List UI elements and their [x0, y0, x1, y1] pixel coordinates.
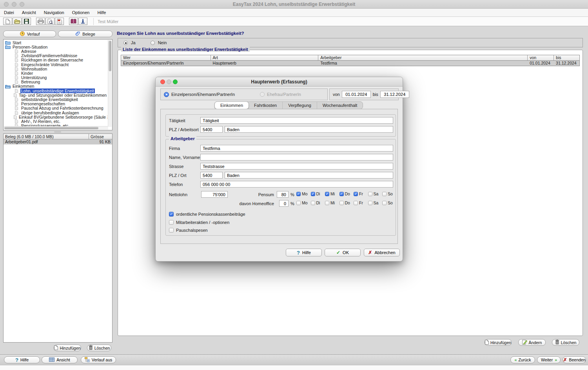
column-header[interactable]: Wer	[121, 55, 211, 60]
tab-fahrtkosten[interactable]: Fahrtkosten	[249, 102, 283, 109]
weekday-checkbox-sa[interactable]	[368, 201, 372, 205]
ort-input[interactable]	[225, 172, 393, 179]
status-view-button[interactable]: Ansicht	[42, 356, 78, 363]
status-help-button[interactable]: ? Hilfe	[4, 356, 40, 363]
menu-navigation[interactable]: Navigation	[44, 10, 64, 15]
tab-einkommen[interactable]: Einkommen	[214, 101, 249, 109]
open-file-button[interactable]	[13, 18, 22, 25]
menu-optionen[interactable]: Optionen	[72, 10, 90, 15]
arbeitsort-ort-input[interactable]	[225, 126, 393, 133]
save-button[interactable]	[22, 18, 31, 25]
column-header[interactable]: von	[528, 55, 554, 60]
nettolohn-input[interactable]	[201, 191, 228, 198]
homeoffice-input[interactable]	[279, 200, 289, 207]
tree-horizontal-scrollbar[interactable]	[4, 126, 108, 130]
dialog-cancel-button[interactable]: ✗ Abbrechen	[364, 249, 400, 256]
new-document-icon	[5, 19, 10, 24]
dialog-help-button[interactable]: ? Hilfe	[286, 249, 322, 256]
radio-ja[interactable]	[123, 41, 128, 45]
name-vorname-input[interactable]	[200, 154, 393, 161]
tree-item[interactable]: Tag- und Sitzungsgelder oder Ersatzeinko…	[4, 93, 107, 97]
tree-item[interactable]: Eingeschränkte Vollmacht	[4, 62, 107, 67]
splitter-handle[interactable]	[54, 131, 61, 133]
verlauf-button[interactable]: Verlauf	[3, 31, 56, 37]
bis-input[interactable]	[380, 91, 409, 98]
back-button[interactable]: « Zurück	[510, 356, 535, 363]
column-header[interactable]: Arbeitgeber	[318, 55, 528, 60]
weekday-checkbox-so[interactable]	[382, 192, 387, 196]
beleg-add-button[interactable]: Hinzufügen	[54, 345, 81, 351]
tree-item[interactable]: Unterstützung	[4, 76, 107, 80]
tree-item[interactable]: AHV-, IV-Renten, etc.	[4, 119, 107, 123]
tree-item[interactable]: selbstständige Erwerbstätigkeit	[4, 97, 107, 101]
tree-vertical-scrollbar[interactable]	[108, 40, 112, 127]
tree-item[interactable]: Adresse	[4, 49, 107, 53]
firma-input[interactable]	[200, 145, 393, 152]
menu-hilfe[interactable]: Hilfe	[97, 10, 106, 15]
tab-verpflegung[interactable]: Verpflegung	[283, 102, 317, 109]
list-edit-button[interactable]: Ändern	[518, 339, 546, 346]
plz-input[interactable]	[200, 172, 223, 179]
beleg-delete-button[interactable]: Löschen	[87, 345, 111, 351]
weekday-checkbox-mo[interactable]	[296, 201, 301, 205]
weekday-checkbox-di[interactable]: ✓	[311, 192, 315, 196]
tree-item[interactable]: Einkommen	[4, 84, 107, 88]
tree-item[interactable]: Kinder	[4, 71, 107, 75]
table-row[interactable]: Einzelperson/Ehemann/PartnerInHaupterwer…	[121, 61, 579, 66]
tree-item[interactable]: Zivilstand/Familienverhältnisse	[4, 54, 107, 58]
column-header[interactable]: bis	[554, 55, 579, 60]
radio-einzelperson[interactable]	[164, 92, 169, 97]
weekday-checkbox-mo[interactable]: ✓	[296, 192, 301, 196]
von-input[interactable]	[342, 91, 371, 98]
new-document-button[interactable]	[3, 18, 12, 25]
print-button[interactable]	[36, 18, 45, 25]
taxpayer-info-button[interactable]	[78, 18, 87, 25]
arbeitsort-plz-input[interactable]	[200, 126, 223, 133]
tree-item[interactable]: Lohn, unselbstständige Erwerbstätigkeit	[4, 88, 107, 93]
weekday-checkbox-so[interactable]	[382, 201, 387, 205]
weekday-checkbox-sa[interactable]	[368, 192, 372, 196]
tree-item[interactable]: Rückfragen in dieser Steuersache	[4, 58, 107, 62]
next-button[interactable]: Weiter »	[537, 356, 561, 363]
tab-wochenaufenthalt[interactable]: Wochenaufenthalt	[317, 102, 363, 109]
list-delete-button[interactable]: Löschen	[552, 339, 579, 346]
handbook-button[interactable]	[69, 18, 78, 25]
radio-nein[interactable]	[151, 41, 155, 45]
tree-item[interactable]: Betreuung	[4, 80, 107, 84]
weekday-checkbox-di[interactable]	[311, 201, 315, 205]
option-checkbox[interactable]	[169, 228, 174, 233]
taetigkeit-input[interactable]	[200, 117, 393, 124]
tree-item[interactable]: Personengesellschaften	[4, 102, 107, 106]
radio-einzelperson-label: Einzelperson/Ehemann/PartnerIn	[171, 92, 235, 97]
tree-item[interactable]: Pauschal Abzug und Fahrtkostenberechnung	[4, 106, 107, 110]
option-checkbox[interactable]: ✓	[169, 212, 174, 217]
dialog-ok-button[interactable]: ✓ OK	[325, 249, 361, 256]
option-checkbox[interactable]	[169, 220, 174, 225]
weekday-checkbox-fr[interactable]	[354, 201, 358, 205]
tree-item[interactable]: Einkauf BVG/gebundene Selbstvorsorge (Sä…	[4, 115, 107, 119]
telefon-input[interactable]	[200, 181, 393, 188]
radio-nein-label: Nein	[158, 40, 167, 45]
tree-item[interactable]: Start	[4, 40, 107, 45]
belege-button[interactable]: Belege	[58, 31, 113, 37]
list-add-button[interactable]: Hinzufügen	[485, 339, 512, 346]
status-verlauf-button[interactable]: Verlauf aus	[81, 356, 116, 363]
pensum-input[interactable]	[277, 191, 289, 198]
print-preview-button[interactable]	[45, 18, 54, 25]
weekday-checkbox-mi[interactable]: ✓	[325, 192, 329, 196]
tree-item[interactable]: übrige berufsbedingte Auslagen	[4, 110, 107, 115]
weekday-checkbox-mi[interactable]	[325, 201, 329, 205]
weekday-checkbox-do[interactable]: ✓	[339, 192, 344, 196]
weekday-checkbox-do[interactable]	[339, 201, 344, 205]
weekday-checkbox-fr[interactable]: ✓	[354, 192, 358, 196]
pdf-export-button[interactable]	[55, 18, 64, 25]
quit-button[interactable]: ✗ Beenden	[563, 356, 586, 363]
menu-datei[interactable]: Datei	[4, 10, 14, 15]
trash-icon	[555, 339, 559, 345]
column-header[interactable]: Art	[211, 55, 319, 60]
strasse-input[interactable]	[200, 163, 393, 170]
tree-item[interactable]: Personen-Situation	[4, 45, 107, 49]
beleg-row[interactable]: Arbeitgeber01.pdf 91 KB	[4, 139, 112, 144]
tree-item[interactable]: Wohnsituation	[4, 67, 107, 71]
menu-ansicht[interactable]: Ansicht	[22, 10, 36, 15]
